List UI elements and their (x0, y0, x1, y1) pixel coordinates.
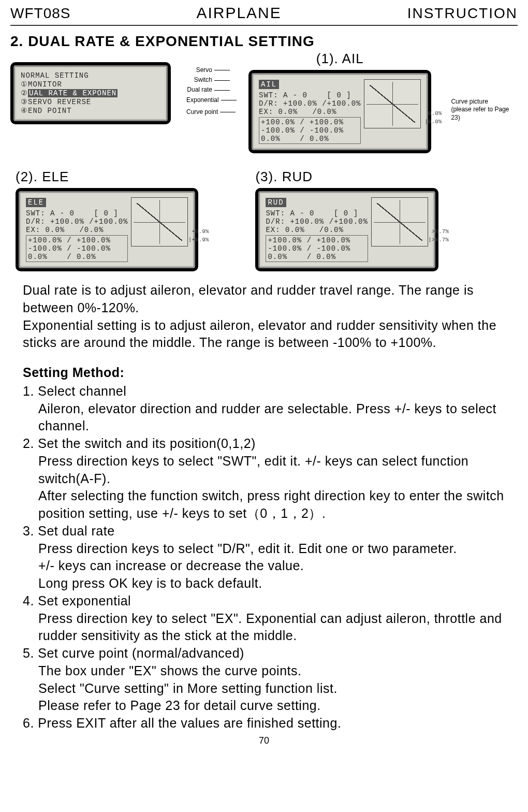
lcd-ail: AIL SWT: A - 0 [ 0 ] D/R: +100.0% /+100.… (248, 70, 431, 153)
lcd-ail-cp1: +100.0% / +100.0% (261, 118, 359, 126)
lcd-rud-dr: D/R: +100.0% /+100.0% (266, 218, 368, 226)
body-text: Dual rate is to adjust aileron, elevator… (10, 271, 518, 732)
step-3a: Press direction keys to select "D/R", ed… (23, 540, 507, 558)
lcd-menu: NORMAL SETTING ①MONITOR ②UAL RATE & EXPO… (10, 62, 171, 124)
step-2b: After selecting the function switch, pre… (23, 487, 507, 523)
lcd-ele: ELE SWT: A - 0 [ 0 ] D/R: +100.0% /+100.… (16, 188, 198, 271)
lcd-rud: RUD SWT: A - 0 [ 0 ] D/R: +100.0% /+100.… (255, 188, 438, 271)
graph-rud-val1: >8.7% (432, 228, 449, 235)
lcd-ail-cp2: -100.0% / -100.0% (261, 126, 359, 135)
intro-p2: Exponential setting is to adjust aileron… (23, 317, 507, 352)
step-5c: Please refer to Page 23 for detail curve… (23, 697, 507, 715)
lcd-ele-cp3: 0.0% / 0.0% (28, 253, 126, 261)
lcd-menu-title: NORMAL SETTING (21, 71, 160, 80)
lcd-rud-cp3: 0.0% / 0.0% (268, 253, 365, 261)
step-5a: The box under "EX" shows the curve point… (23, 662, 507, 680)
graph-ail-val1: 0.0% (428, 110, 442, 117)
page-number: 70 (10, 735, 518, 746)
lcd-ele-cp2: -100.0% / -100.0% (28, 244, 126, 253)
anno-curve-point: Curve point (186, 107, 230, 117)
header-mode: AIRPLANE (196, 4, 281, 22)
subtitle-ail: (1). AIL (248, 51, 431, 67)
subtitle-ele: (2). ELE (16, 169, 198, 185)
header-model: WFT08S (10, 5, 70, 22)
step-1: 1. Select channel (23, 383, 507, 400)
curve-note: Curve picture (please refer to Page 23) (451, 82, 518, 122)
step-2: 2. Set the switch and its position(0,1,2… (23, 435, 507, 453)
step-3c: Long press OK key is to back default. (23, 575, 507, 592)
graph-ele-val1: +0.9% (192, 228, 209, 235)
step-5b: Select "Curve setting" in More setting f… (23, 680, 507, 698)
step-4: 4. Set exponential (23, 592, 507, 610)
graph-ail-val2: |0.0% (424, 119, 442, 125)
graph-ele-val2: |+0.9% (188, 237, 209, 243)
step-1a: Aileron, elevator direction and rudder a… (23, 400, 507, 436)
step-4a: Press direction key to select "EX". Expo… (23, 610, 507, 645)
lcd-ele-swt: SWT: A - 0 [ 0 ] (26, 209, 128, 218)
annotations: Servo Switch Dual rate Exponential Curve… (186, 51, 233, 117)
lcd-ail-dr: D/R: +100.0% /+100.0% (259, 99, 361, 108)
lcd-ail-ex: EX: 0.0% /0.0% (259, 108, 361, 116)
graph-ele (131, 197, 188, 247)
step-5: 5. Set curve point (normal/advanced) (23, 645, 507, 662)
lcd-ail-servo: AIL (259, 80, 279, 89)
step-3b: +/- keys can increase or decrease the va… (23, 557, 507, 575)
subtitle-rud: (3). RUD (255, 169, 438, 185)
lcd-menu-item-dualrate: ②UAL RATE & EXPONEN (21, 89, 160, 97)
graph-rud-val2: |>8.7% (428, 237, 449, 243)
step-2a: Press direction keys to select "SWT", ed… (23, 453, 507, 488)
lcd-rud-ex: EX: 0.0% /0.0% (266, 226, 368, 234)
intro-p1: Dual rate is to adjust aileron, elevator… (23, 282, 507, 317)
anno-servo: Servo (186, 65, 230, 75)
lcd-ail-cp3: 0.0% / 0.0% (261, 135, 359, 143)
lcd-menu-item-servoreverse: ③SERVO REVERSE (21, 97, 160, 106)
lcd-menu-item-endpoint: ④END POINT (21, 106, 160, 115)
row-top: NORMAL SETTING ①MONITOR ②UAL RATE & EXPO… (10, 51, 518, 153)
lcd-ele-servo: ELE (26, 198, 46, 207)
graph-ail (364, 79, 421, 128)
lcd-ele-dr: D/R: +100.0% /+100.0% (26, 218, 128, 226)
section-title: 2. DUAL RATE & EXPONENTIAL SETTING (10, 33, 518, 50)
curve-note-line2: (please refer to Page 23) (451, 106, 518, 122)
lcd-rud-servo: RUD (266, 198, 286, 207)
header-kind: INSTRUCTION (407, 5, 518, 22)
lcd-rud-swt: SWT: A - 0 [ 0 ] (266, 209, 368, 218)
step-6: 6. Press EXIT after all the values are f… (23, 715, 507, 732)
anno-switch: Switch (186, 75, 230, 85)
lcd-ele-ex: EX: 0.0% /0.0% (26, 226, 128, 234)
page-header: WFT08S AIRPLANE INSTRUCTION (10, 0, 518, 26)
anno-exponential: Exponential (186, 95, 230, 105)
setting-method-heading: Setting Method: (23, 364, 507, 382)
step-3: 3. Set dual rate (23, 523, 507, 540)
lcd-ele-cp1: +100.0% / +100.0% (28, 236, 126, 244)
lcd-rud-cp2: -100.0% / -100.0% (268, 244, 365, 253)
graph-rud (371, 197, 428, 247)
lcd-menu-item-monitor: ①MONITOR (21, 80, 160, 89)
anno-dual-rate: Dual rate (186, 85, 230, 95)
curve-note-line1: Curve picture (451, 98, 518, 106)
lcd-ail-swt: SWT: A - 0 [ 0 ] (259, 91, 361, 99)
row-bottom: (2). ELE ELE SWT: A - 0 [ 0 ] D/R: +100.… (10, 169, 518, 271)
lcd-rud-cp1: +100.0% / +100.0% (268, 236, 365, 244)
